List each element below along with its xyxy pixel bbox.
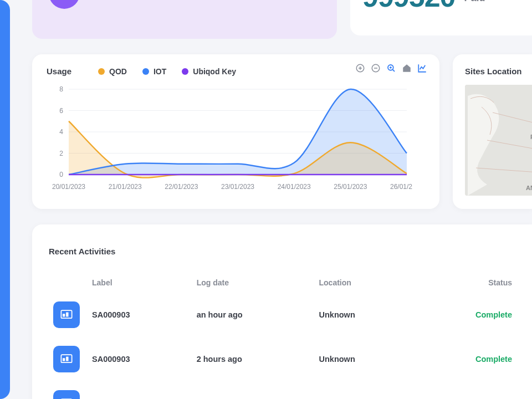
activity-status: Complete [475, 310, 512, 319]
legend-dot-ubiqod [182, 68, 188, 75]
svg-text:22/01/2023: 22/01/2023 [165, 183, 198, 191]
svg-text:4: 4 [59, 128, 63, 136]
activity-status: Complete [475, 355, 512, 364]
sites-location-title: Sites Location [465, 66, 532, 76]
paid-amount: 999520 [362, 0, 456, 13]
recent-activities-card: Recent Activities Label Log date Locatio… [32, 224, 532, 399]
activity-icon [53, 390, 80, 399]
legend-ubiqod: Ubiqod Key [182, 67, 236, 76]
col-logdate: Log date [192, 273, 315, 293]
svg-rect-32 [63, 358, 65, 361]
usage-chart: 0246820/01/202321/01/202322/01/202323/01… [47, 86, 425, 199]
table-row[interactable]: SA0009032 hours agoUnknownComplete [49, 337, 516, 381]
svg-rect-33 [66, 357, 68, 361]
legend-label-iot: IOT [154, 67, 166, 76]
svg-text:25/01/2023: 25/01/2023 [334, 183, 367, 191]
line-chart-icon[interactable] [417, 63, 427, 75]
sites-location-card: Sites Location FR ANDO [453, 54, 532, 209]
table-row[interactable] [49, 381, 516, 399]
activity-label: SA000903 [88, 293, 192, 337]
summary-icon-circle [49, 0, 80, 9]
activity-location: Unknown [315, 337, 415, 381]
paid-card: 999520 Paid [350, 0, 532, 35]
table-row[interactable]: SA000903an hour agoUnknownComplete [49, 293, 516, 337]
activity-icon [53, 346, 80, 372]
activity-location: Unknown [315, 293, 415, 337]
svg-text:26/01/2023: 26/01/2023 [390, 183, 412, 191]
legend-label-ubiqod: Ubiqod Key [193, 67, 236, 76]
col-status: Status [415, 273, 516, 293]
sites-map[interactable]: FR ANDO [465, 85, 532, 196]
activity-label: SA000903 [88, 337, 192, 381]
legend-iot: IOT [142, 67, 166, 76]
svg-text:24/01/2023: 24/01/2023 [278, 183, 311, 191]
zoom-out-icon[interactable] [371, 63, 381, 75]
legend-dot-qod [98, 68, 105, 75]
col-location: Location [315, 273, 415, 293]
col-label: Label [88, 273, 192, 293]
activity-logdate: an hour ago [192, 293, 315, 337]
legend-dot-iot [142, 68, 149, 75]
usage-card: Usage QOD IOT Ubiqod Key [32, 54, 439, 209]
svg-text:0: 0 [59, 171, 63, 178]
paid-label: Paid [464, 0, 485, 4]
svg-text:2: 2 [59, 150, 63, 157]
search-icon[interactable] [386, 63, 396, 75]
svg-rect-29 [63, 314, 65, 316]
activities-table: Label Log date Location Status SA000903a… [49, 273, 516, 399]
svg-line-6 [392, 69, 395, 71]
svg-text:23/01/2023: 23/01/2023 [221, 183, 254, 191]
svg-text:21/01/2023: 21/01/2023 [109, 183, 142, 191]
svg-text:8: 8 [59, 86, 63, 93]
sidebar-edge [0, 0, 10, 399]
recent-activities-title: Recent Activities [49, 247, 516, 256]
legend-qod: QOD [98, 67, 127, 76]
svg-rect-30 [66, 313, 68, 317]
svg-text:20/01/2023: 20/01/2023 [52, 183, 85, 191]
usage-title: Usage [47, 66, 71, 76]
legend-label-qod: QOD [109, 67, 127, 76]
activity-icon [53, 301, 80, 328]
home-icon[interactable] [402, 63, 412, 75]
col-icon [49, 273, 88, 293]
activity-logdate: 2 hours ago [192, 337, 315, 381]
zoom-in-icon[interactable] [355, 63, 365, 75]
map-label-andorra: ANDO [526, 185, 532, 191]
summary-card [32, 0, 337, 39]
svg-text:6: 6 [59, 107, 63, 115]
